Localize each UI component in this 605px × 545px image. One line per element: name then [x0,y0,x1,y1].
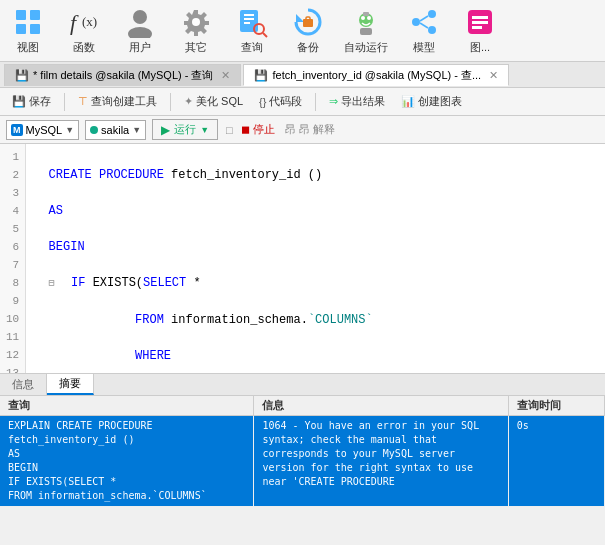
beautify-icon: ✦ [184,95,193,108]
toolbar-label-function: 函数 [73,40,95,55]
export-icon: ⇒ [329,95,338,108]
toolbar-label-model: 模型 [413,40,435,55]
header-time: 查询时间 [509,396,605,415]
tab-film-details[interactable]: 💾 * film details @sakila (MySQL) - 查询 ✕ [4,64,241,86]
toolbar-label-more: 图... [470,40,490,55]
svg-rect-2 [16,24,26,34]
code-line-3: BEGIN [34,238,597,256]
svg-rect-10 [244,14,254,16]
query-create-tool-label: 查询创建工具 [91,94,157,109]
save-label: 保存 [29,94,51,109]
query-code: EXPLAIN CREATE PROCEDURE fetch_inventory… [8,419,245,503]
result-cell-time: 0s [509,416,605,506]
code-icon: {} [259,96,266,108]
toolbar-item-view[interactable]: 视图 [8,6,48,55]
view-icon [12,6,44,38]
svg-rect-12 [244,22,250,24]
sep3 [315,93,316,111]
panel-tab-info[interactable]: 信息 [0,374,47,395]
svg-point-21 [367,16,371,20]
svg-line-26 [420,16,428,21]
backup-icon [292,6,324,38]
svg-text:(x): (x) [82,14,97,29]
error-message: 1064 - You have an error in your SQL syn… [262,419,499,489]
toolbar-item-query[interactable]: 查询 [232,6,272,55]
svg-rect-11 [244,18,254,20]
bottom-panel: 信息 摘要 查询 信息 查询时间 EXPLAIN CREATE PROCEDUR… [0,374,605,529]
code-line-6: WHERE [34,347,597,365]
panel-tab-summary-label: 摘要 [59,376,81,391]
query-create-tool-button[interactable]: ⊤ 查询创建工具 [72,92,163,111]
query-time: 0s [517,420,529,431]
result-table: 查询 信息 查询时间 EXPLAIN CREATE PROCEDURE fetc… [0,396,605,529]
more-icon [464,6,496,38]
toolbar-item-model[interactable]: 模型 [404,6,444,55]
explain-button[interactable]: 昂 昂 解释 [281,122,339,137]
toolbar-item-backup[interactable]: 备份 [288,6,328,55]
result-row-0[interactable]: EXPLAIN CREATE PROCEDURE fetch_inventory… [0,416,605,507]
result-cell-query: EXPLAIN CREATE PROCEDURE fetch_inventory… [0,416,254,506]
code-editor[interactable]: 12345 678910 1112131415 16 CREATE PROCED… [0,144,605,374]
toolbar-item-function[interactable]: f (x) 函数 [64,6,104,55]
tab-film-details-label: * film details @sakila (MySQL) - 查询 [33,68,213,83]
toolbar-label-backup: 备份 [297,40,319,55]
code-line-5: FROM information_schema.`COLUMNS` [34,311,597,329]
db-bar: M MySQL ▼ sakila ▼ ▶ 运行 ▼ □ ◼ 停止 昂 昂 解释 [0,116,605,144]
svg-point-23 [412,18,420,26]
stop-button[interactable]: ◼ 停止 [241,122,275,137]
svg-point-20 [361,16,365,20]
export-result-button[interactable]: ⇒ 导出结果 [323,92,391,111]
svg-point-6 [133,10,147,24]
toolbar-item-other[interactable]: 其它 [176,6,216,55]
tab-close-2[interactable]: ✕ [489,69,498,82]
code-snippets-label: 代码段 [269,94,302,109]
run-dropdown-icon: ▼ [200,125,209,135]
create-chart-label: 创建图表 [418,94,462,109]
code-text[interactable]: CREATE PROCEDURE fetch_inventory_id () A… [26,144,605,373]
user-icon [124,6,156,38]
toolbar-label-user: 用户 [129,40,151,55]
svg-point-7 [128,27,152,38]
export-result-label: 导出结果 [341,94,385,109]
tab-fetch-inventory[interactable]: 💾 fetch_inventory_id @sakila (MySQL) - 查… [243,64,509,86]
svg-rect-30 [472,21,488,24]
db-selector[interactable]: M MySQL ▼ [6,120,79,140]
panel-content: 查询 信息 查询时间 EXPLAIN CREATE PROCEDURE fetc… [0,396,605,529]
run-icon: ▶ [161,123,170,137]
sep1 [64,93,65,111]
create-chart-button[interactable]: 📊 创建图表 [395,92,468,111]
schema-selector[interactable]: sakila ▼ [85,120,146,140]
db-dropdown-icon: ▼ [65,125,74,135]
mysql-icon: M [11,124,23,136]
explain-label: 昂 解释 [299,123,335,135]
svg-text:f: f [70,10,79,35]
save-button[interactable]: 💾 保存 [6,92,57,111]
svg-rect-19 [363,12,369,16]
beautify-sql-button[interactable]: ✦ 美化 SQL [178,92,249,111]
action-bar: 💾 保存 ⊤ 查询创建工具 ✦ 美化 SQL {} 代码段 ⇒ 导出结果 📊 创… [0,88,605,116]
stop-label: 停止 [253,123,275,135]
svg-rect-16 [303,19,313,27]
result-header: 查询 信息 查询时间 [0,396,605,416]
tab-close-1[interactable]: ✕ [221,69,230,82]
code-line-2: AS [34,202,597,220]
panel-tab-summary[interactable]: 摘要 [47,374,94,395]
explain-icon: 昂 [285,123,296,135]
svg-rect-9 [240,10,258,32]
header-query: 查询 [0,396,254,415]
run-button[interactable]: ▶ 运行 ▼ [152,119,218,140]
schema-dropdown-icon: ▼ [132,125,141,135]
svg-rect-22 [360,28,372,35]
toolbar-item-autorun[interactable]: 自动运行 [344,6,388,55]
toolbar-item-user[interactable]: 用户 [120,6,160,55]
toolbar-label-autorun: 自动运行 [344,40,388,55]
tab-fetch-inventory-label: fetch_inventory_id @sakila (MySQL) - 查..… [272,68,481,83]
panel-tab-info-label: 信息 [12,377,34,392]
svg-rect-31 [472,26,482,29]
function-icon: f (x) [68,6,100,38]
toolbar-item-more[interactable]: 图... [460,6,500,55]
svg-line-14 [263,33,267,37]
svg-marker-15 [296,14,304,22]
code-snippets-button[interactable]: {} 代码段 [253,92,308,111]
beautify-sql-label: 美化 SQL [196,94,243,109]
